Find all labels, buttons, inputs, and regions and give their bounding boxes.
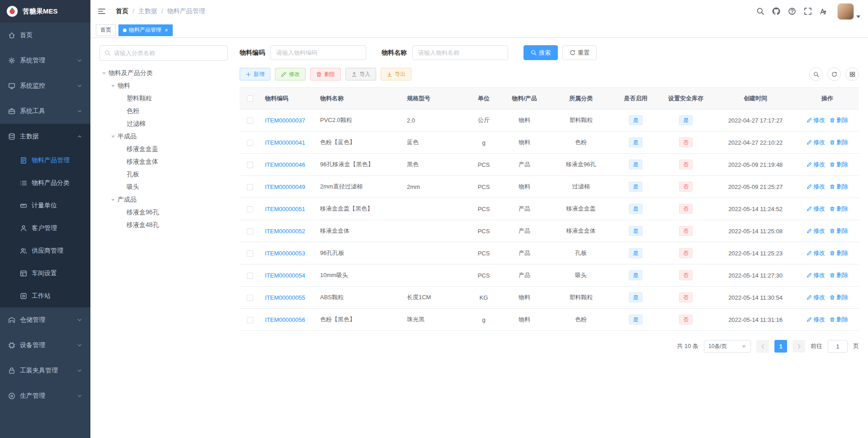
material-code-link[interactable]: ITEM00000049 [265, 184, 305, 190]
tab-material-product-management[interactable]: 物料产品管理 × [118, 24, 173, 36]
columns-setting-button[interactable] [845, 67, 859, 81]
row-edit-link[interactable]: 修改 [807, 160, 825, 169]
material-code-link[interactable]: ITEM00000053 [265, 250, 305, 257]
toggle-search-button[interactable] [809, 67, 823, 81]
row-edit-link[interactable]: 修改 [807, 205, 825, 213]
row-edit-link[interactable]: 修改 [807, 227, 825, 235]
row-edit-link[interactable]: 修改 [807, 293, 825, 301]
caret-down-icon[interactable] [108, 134, 118, 139]
tree-node[interactable]: 孔板 [99, 168, 228, 181]
next-page-button[interactable] [793, 340, 805, 353]
material-code-link[interactable]: ITEM00000054 [265, 272, 305, 279]
row-checkbox[interactable] [247, 162, 253, 168]
reset-button[interactable]: 重置 [562, 45, 597, 60]
row-checkbox[interactable] [247, 184, 253, 190]
material-code-link[interactable]: ITEM00000046 [265, 161, 305, 168]
material-code-link[interactable]: ITEM00000052 [265, 228, 305, 235]
row-checkbox[interactable] [247, 228, 253, 235]
app-logo[interactable]: 苦糖果MES [0, 0, 90, 23]
breadcrumb-master-data[interactable]: 主数据 [138, 7, 157, 15]
material-code-link[interactable]: ITEM00000051 [265, 206, 305, 212]
row-delete-link[interactable]: 删除 [830, 271, 848, 279]
font-size-icon[interactable] [820, 7, 828, 15]
goto-page-input[interactable] [828, 340, 848, 353]
delete-button[interactable]: 删除 [310, 68, 341, 80]
sidebar-item-material-product-category[interactable]: 物料产品分类 [0, 172, 90, 194]
page-size-select[interactable]: 10条/页 [704, 340, 751, 353]
tree-node[interactable]: 物料 [99, 80, 228, 92]
category-search-input[interactable] [114, 50, 223, 57]
sidebar-item-workstation[interactable]: 工作站 [0, 285, 90, 307]
sidebar-item-workshop-settings[interactable]: 车间设置 [0, 262, 90, 285]
row-edit-link[interactable]: 修改 [807, 116, 825, 124]
material-code-link[interactable]: ITEM00000041 [265, 139, 305, 146]
row-checkbox[interactable] [247, 317, 253, 323]
tree-node[interactable]: 塑料颗粒 [99, 92, 228, 105]
row-delete-link[interactable]: 删除 [830, 249, 848, 257]
refresh-table-button[interactable] [827, 67, 841, 81]
row-delete-link[interactable]: 删除 [830, 316, 848, 324]
row-edit-link[interactable]: 修改 [807, 316, 825, 324]
search-icon[interactable] [756, 7, 764, 15]
github-icon[interactable] [772, 7, 780, 15]
sidebar-item-customer-management[interactable]: 客户管理 [0, 217, 90, 240]
material-code-link[interactable]: ITEM00000056 [265, 316, 305, 323]
row-delete-link[interactable]: 删除 [830, 227, 848, 235]
tree-node[interactable]: 吸头 [99, 181, 228, 193]
row-delete-link[interactable]: 删除 [830, 160, 848, 169]
tab-home[interactable]: 首页 [96, 24, 116, 36]
sidebar-item-supplier-management[interactable]: 供应商管理 [0, 240, 90, 262]
import-button[interactable]: 导入 [345, 68, 376, 80]
sidebar-item-measure-unit[interactable]: 计量单位 [0, 194, 90, 217]
tree-node[interactable]: 过滤棉 [99, 118, 228, 130]
tree-node[interactable]: 色粉 [99, 105, 228, 118]
user-avatar[interactable] [837, 3, 854, 20]
row-checkbox[interactable] [247, 206, 253, 212]
sidebar-item-production-management[interactable]: 生产管理 [0, 383, 90, 409]
row-checkbox[interactable] [247, 250, 253, 257]
page-1-button[interactable]: 1 [774, 340, 787, 353]
tree-node[interactable]: 移液盒盒盖 [99, 143, 228, 155]
caret-down-icon[interactable] [108, 84, 118, 88]
row-delete-link[interactable]: 删除 [830, 205, 848, 213]
prev-page-button[interactable] [756, 340, 769, 353]
row-edit-link[interactable]: 修改 [807, 183, 825, 191]
fullscreen-icon[interactable] [804, 7, 812, 15]
row-checkbox[interactable] [247, 273, 253, 279]
sidebar-item-system-management[interactable]: 系统管理 [0, 48, 90, 73]
row-checkbox[interactable] [247, 118, 253, 124]
row-delete-link[interactable]: 删除 [830, 138, 848, 146]
sidebar-item-system-monitor[interactable]: 系统监控 [0, 73, 90, 99]
sidebar-item-material-product-management[interactable]: 物料产品管理 [0, 149, 90, 172]
material-code-link[interactable]: ITEM00000037 [265, 117, 305, 124]
sidebar-item-equipment-management[interactable]: 设备管理 [0, 333, 90, 358]
sidebar-item-home[interactable]: 首页 [0, 23, 90, 48]
add-button[interactable]: 新增 [240, 68, 270, 80]
tree-node[interactable]: 半成品 [99, 130, 228, 143]
tab-close-icon[interactable]: × [165, 27, 168, 33]
row-checkbox[interactable] [247, 295, 253, 301]
caret-down-icon[interactable] [99, 71, 108, 75]
tree-node[interactable]: 移液盒48孔 [99, 219, 228, 231]
caret-down-icon[interactable] [108, 198, 118, 202]
select-all-checkbox[interactable] [247, 95, 253, 102]
breadcrumb-home[interactable]: 首页 [116, 7, 128, 15]
sidebar-item-warehouse-management[interactable]: 仓储管理 [0, 307, 90, 333]
edit-button[interactable]: 修改 [275, 68, 306, 80]
tree-node[interactable]: 移液盒96孔 [99, 206, 228, 219]
help-icon[interactable] [788, 7, 796, 15]
sidebar-item-system-tools[interactable]: 系统工具 [0, 99, 90, 124]
row-delete-link[interactable]: 删除 [830, 293, 848, 301]
material-name-input[interactable] [412, 45, 508, 60]
tree-node[interactable]: 产成品 [99, 193, 228, 206]
hamburger-icon[interactable] [98, 7, 106, 15]
search-button[interactable]: 搜索 [524, 45, 558, 60]
tree-node[interactable]: 物料及产品分类 [99, 67, 228, 80]
row-checkbox[interactable] [247, 140, 253, 146]
user-menu[interactable] [837, 3, 861, 20]
material-code-link[interactable]: ITEM00000055 [265, 294, 305, 301]
export-button[interactable]: 导出 [381, 68, 411, 80]
row-delete-link[interactable]: 删除 [830, 183, 848, 191]
row-edit-link[interactable]: 修改 [807, 271, 825, 279]
row-edit-link[interactable]: 修改 [807, 249, 825, 257]
